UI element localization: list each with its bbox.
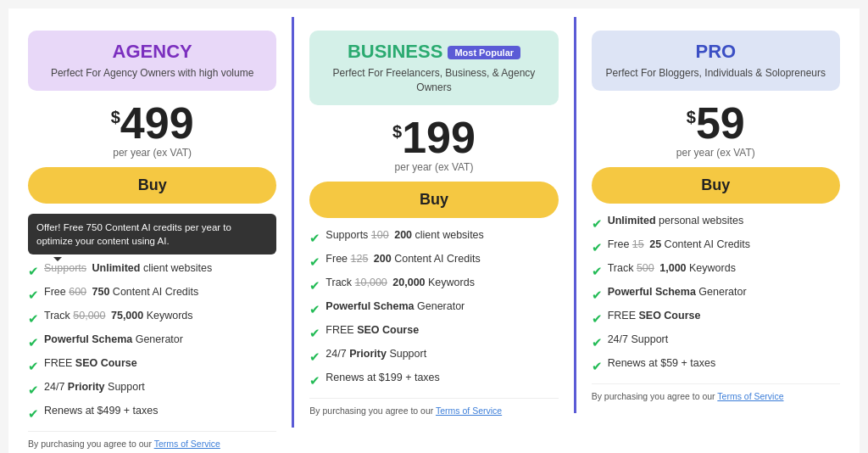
pro-terms-link[interactable]: Terms of Service [717,391,783,401]
check-icon: ✔ [28,286,39,304]
feature-text: 24/7 Support [608,333,669,348]
pro-features-list: ✔Unlimited personal websites✔Free 15 25 … [592,214,840,375]
list-item: ✔FREE SEO Course [592,309,840,327]
agency-price-section: $499per year (ex VAT) [28,101,276,159]
list-item: ✔FREE SEO Course [309,323,558,342]
agency-price-wrapper: $499 [28,101,276,145]
pro-price-period: per year (ex VAT) [592,147,840,159]
feature-text: Powerful Schema Generator [608,285,747,300]
list-item: ✔24/7 Priority Support [28,380,276,399]
feature-text: Track 500 1,000 Keywords [608,261,736,277]
pricing-container: AGENCYPerfect For Agency Owners with hig… [8,8,860,453]
feature-text: Free 600 750 Content AI Credits [44,285,198,300]
pro-plan-name: PRO [600,41,832,63]
feature-text: Powerful Schema Generator [44,333,183,348]
business-price-wrapper: $199 [309,115,558,159]
feature-text: Renews at $59 + taxes [608,356,716,372]
list-item: ✔Free 125 200 Content AI Credits [309,252,558,271]
check-icon: ✔ [309,300,320,318]
feature-text: Supports 100 200 client websites [326,228,483,243]
feature-text: FREE SEO Course [326,323,419,338]
feature-text: Supports Unlimited client websites [44,261,212,277]
agency-header: AGENCYPerfect For Agency Owners with hig… [28,31,276,91]
business-price-period: per year (ex VAT) [309,161,558,173]
feature-text: 24/7 Priority Support [326,347,426,362]
check-icon: ✔ [28,357,39,375]
popular-badge: Most Popular [448,46,520,59]
check-icon: ✔ [28,333,39,351]
check-icon: ✔ [309,372,320,389]
check-icon: ✔ [592,333,603,351]
feature-text: FREE SEO Course [44,356,137,372]
feature-text: Track 10,000 20,000 Keywords [326,276,475,291]
pro-buy-button[interactable]: Buy [592,167,840,204]
check-icon: ✔ [309,253,320,271]
pro-desc: Perfect For Bloggers, Individuals & Solo… [600,66,832,81]
agency-tooltip: Offer! Free 750 Content AI credits per y… [28,214,276,254]
list-item: ✔24/7 Priority Support [309,347,558,366]
business-buy-button[interactable]: Buy [309,182,558,218]
business-price-amount: 199 [402,115,476,159]
check-icon: ✔ [592,310,603,327]
feature-text: Unlimited personal websites [608,214,743,229]
agency-plan-name: AGENCY [36,41,268,63]
feature-text: FREE SEO Course [608,309,701,324]
check-icon: ✔ [309,229,320,247]
pro-price-amount: 59 [696,101,745,145]
check-icon: ✔ [592,238,603,256]
check-icon: ✔ [309,348,320,366]
agency-price-dollar: $ [111,108,120,127]
check-icon: ✔ [592,286,603,304]
check-icon: ✔ [28,262,39,280]
business-terms-link[interactable]: Terms of Service [436,405,502,416]
feature-text: Powerful Schema Generator [326,299,465,315]
agency-price-period: per year (ex VAT) [28,147,276,159]
list-item: ✔Track 500 1,000 Keywords [592,261,840,280]
check-icon: ✔ [309,277,320,294]
agency-terms: By purchasing you agree to our Terms of … [28,431,276,449]
feature-text: Renews at $499 + taxes [44,404,158,419]
list-item: ✔Supports 100 200 client websites [309,228,558,247]
check-icon: ✔ [592,357,603,375]
business-price-section: $199per year (ex VAT) [309,115,558,173]
business-price-dollar: $ [392,122,402,142]
list-item: ✔Renews at $199 + taxes [309,371,558,389]
pro-price-section: $59per year (ex VAT) [592,101,840,159]
agency-terms-link[interactable]: Terms of Service [154,439,220,449]
list-item: ✔FREE SEO Course [28,356,276,375]
check-icon: ✔ [28,405,39,422]
list-item: ✔Track 10,000 20,000 Keywords [309,276,558,294]
plan-card-pro: PROPerfect For Bloggers, Individuals & S… [574,17,855,413]
agency-desc: Perfect For Agency Owners with high volu… [36,66,268,81]
pro-price-dollar: $ [687,108,696,127]
business-plan-name: BUSINESSMost Popular [318,41,549,63]
business-features-list: ✔Supports 100 200 client websites✔Free 1… [309,228,558,389]
list-item: ✔24/7 Support [592,333,840,351]
list-item: ✔Renews at $499 + taxes [28,404,276,422]
check-icon: ✔ [28,310,39,327]
list-item: ✔Unlimited personal websites [592,214,840,232]
agency-buy-button[interactable]: Buy [28,167,276,204]
list-item: ✔Free 600 750 Content AI Credits [28,285,276,304]
list-item: ✔Powerful Schema Generator [592,285,840,304]
check-icon: ✔ [309,324,320,342]
list-item: ✔Powerful Schema Generator [309,299,558,318]
agency-features-list: ✔Supports Unlimited client websites✔Free… [28,261,276,422]
feature-text: Renews at $199 + taxes [326,371,439,386]
plan-card-business: BUSINESSMost PopularPerfect For Freelanc… [292,17,573,428]
business-terms: By purchasing you agree to our Terms of … [309,398,558,416]
feature-text: Free 15 25 Content AI Credits [608,238,750,253]
check-icon: ✔ [592,215,603,232]
feature-text: Free 125 200 Content AI Credits [326,252,480,267]
list-item: ✔Renews at $59 + taxes [592,356,840,375]
list-item: ✔Powerful Schema Generator [28,333,276,351]
feature-text: 24/7 Priority Support [44,380,145,395]
list-item: ✔Free 15 25 Content AI Credits [592,238,840,256]
list-item: ✔Track 50,000 75,000 Keywords [28,309,276,327]
agency-price-amount: 499 [120,101,194,145]
check-icon: ✔ [592,262,603,280]
feature-text: Track 50,000 75,000 Keywords [44,309,193,324]
check-icon: ✔ [28,381,39,399]
business-desc: Perfect For Freelancers, Business, & Age… [318,66,549,95]
list-item: ✔Supports Unlimited client websites [28,261,276,280]
